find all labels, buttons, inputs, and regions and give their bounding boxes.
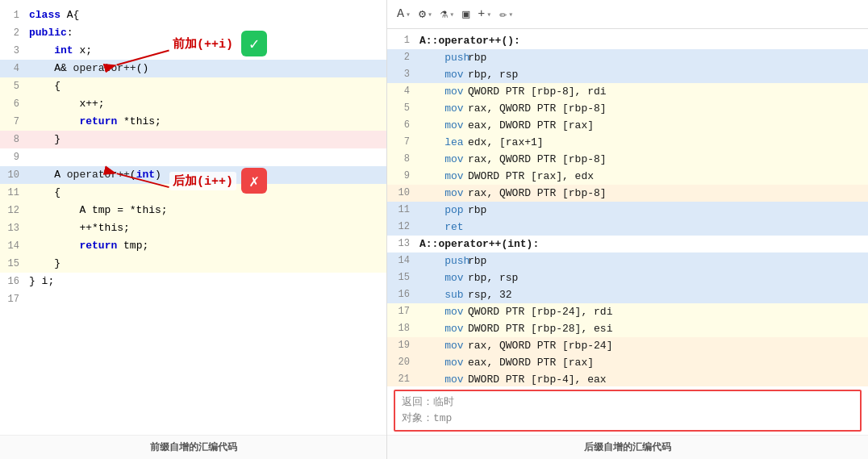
plus-button[interactable]: + ▾: [478, 7, 491, 21]
asm-operands: rax, QWORD PTR [rbp-8]: [468, 100, 607, 117]
font-button[interactable]: A ▾: [397, 7, 411, 21]
asm-content: moveax, DWORD PTR [rax]: [416, 117, 868, 134]
asm-content: movQWORD PTR [rbp-8], rdi: [416, 83, 868, 100]
asm-line-number: 18: [387, 320, 416, 337]
gear-icon: ⚙: [419, 6, 426, 22]
line-content: A tmp = *this;: [26, 202, 386, 219]
asm-content: A::operator++(int):: [416, 236, 868, 252]
right-toolbar: A ▾ ⚙ ▾ ⚗ ▾ ▣ + ▾ ✏ ▾: [387, 0, 868, 29]
note-label-1: 返回：临时: [402, 396, 454, 408]
code-line-5: 5 {: [0, 77, 386, 95]
asm-content: subrsp, 32: [416, 286, 868, 303]
line-content: x++;: [26, 95, 386, 113]
asm-content: ret: [416, 219, 868, 236]
annotation-qian: 前加(++i) ✓: [169, 31, 267, 56]
asm-opcode: lea: [419, 134, 468, 151]
asm-line-8: 8 movrax, QWORD PTR [rbp-8]: [387, 151, 868, 168]
asm-opcode: pop: [419, 202, 468, 219]
edit-button[interactable]: ✏ ▾: [499, 6, 513, 22]
asm-operands: eax, DWORD PTR [rax]: [468, 354, 594, 371]
line-content: class A{: [26, 6, 386, 24]
asm-content: movrax, QWORD PTR [rbp-8]: [416, 151, 868, 168]
note-label-2: 对象：tmp: [402, 412, 452, 424]
asm-operands: rsp, 32: [468, 286, 512, 303]
asm-opcode: mov: [419, 337, 468, 354]
edit-chevron: ▾: [508, 10, 513, 19]
asm-operands: eax, DWORD PTR [rax]: [468, 117, 594, 134]
asm-line-7: 7 leaedx, [rax+1]: [387, 134, 868, 151]
line-number: 8: [0, 131, 26, 148]
asm-content: moveax, DWORD PTR [rax]: [416, 354, 868, 371]
asm-line-number: 2: [387, 49, 416, 66]
line-number: 6: [0, 95, 26, 113]
line-number: 10: [0, 166, 26, 184]
asm-opcode: push: [419, 252, 468, 269]
asm-line-number: 9: [387, 168, 416, 185]
code-line-6: 6 x++;: [0, 95, 386, 113]
asm-content: poprbp: [416, 202, 868, 219]
code-line-4: 4 A& operator++(): [0, 60, 386, 77]
asm-operands: rax, QWORD PTR [rbp-24]: [468, 337, 612, 354]
asm-line-number: 7: [387, 134, 416, 151]
asm-operands: QWORD PTR [rbp-24], rdi: [468, 303, 612, 320]
code-line-7: 7 return *this;: [0, 113, 386, 131]
line-content: }: [26, 255, 386, 273]
asm-operands: rbp: [468, 252, 486, 269]
right-panel: A ▾ ⚙ ▾ ⚗ ▾ ▣ + ▾ ✏ ▾ 1A::op: [387, 0, 868, 459]
asm-content: movDWORD PTR [rbp-28], esi: [416, 320, 868, 337]
line-number: 5: [0, 77, 26, 95]
asm-function-label: A::operator++(int):: [419, 236, 539, 252]
line-number: 12: [0, 202, 26, 219]
main-container: 前加(++i) ✓ 后加(i++) ✗ 1class A{: [0, 0, 868, 459]
plus-chevron: ▾: [486, 10, 491, 19]
line-number: 4: [0, 60, 26, 77]
asm-line-number: 17: [387, 303, 416, 320]
asm-operands: DWORD PTR [rbp-28], esi: [468, 320, 612, 337]
asm-opcode: mov: [419, 66, 468, 83]
asm-opcode: mov: [419, 151, 468, 168]
panel-icon: ▣: [462, 6, 469, 22]
asm-line-6: 6 moveax, DWORD PTR [rax]: [387, 117, 868, 134]
asm-line-number: 4: [387, 83, 416, 100]
asm-content: pushrbp: [416, 49, 868, 66]
asm-line-2: 2 pushrbp: [387, 49, 868, 66]
plus-icon: +: [478, 7, 485, 21]
line-content: A& operator++(): [26, 60, 386, 77]
asm-line-number: 21: [387, 371, 416, 386]
asm-line-19: 19 movrax, QWORD PTR [rbp-24]: [387, 337, 868, 354]
asm-line-3: 3 movrbp, rsp: [387, 66, 868, 83]
line-number: 7: [0, 113, 26, 131]
check-badge: ✓: [241, 31, 267, 56]
asm-code-area[interactable]: 1A::operator++():2 pushrbp3 movrbp, rsp4…: [387, 29, 868, 386]
asm-line-15: 15 movrbp, rsp: [387, 269, 868, 286]
asm-operands: rbp: [468, 49, 486, 66]
edit-icon: ✏: [499, 6, 507, 22]
filter-button[interactable]: ⚗ ▾: [440, 6, 454, 22]
asm-content: movrax, QWORD PTR [rbp-24]: [416, 337, 868, 354]
line-number: 13: [0, 219, 26, 237]
line-content: [26, 290, 386, 308]
annotation-qian-text: 前加(++i): [169, 35, 236, 53]
asm-opcode: mov: [419, 371, 468, 386]
asm-operands: QWORD PTR [rbp-8], rdi: [468, 83, 607, 100]
asm-line-number: 1: [387, 32, 416, 49]
asm-line-number: 6: [387, 117, 416, 134]
asm-opcode: mov: [419, 269, 468, 286]
font-icon: A: [397, 7, 404, 21]
asm-line-number: 8: [387, 151, 416, 168]
gear-button[interactable]: ⚙ ▾: [419, 6, 432, 22]
asm-content: pushrbp: [416, 252, 868, 269]
asm-content: leaedx, [rax+1]: [416, 134, 868, 151]
line-number: 1: [0, 6, 26, 24]
asm-line-number: 14: [387, 252, 416, 269]
asm-line-13: 13A::operator++(int):: [387, 236, 868, 252]
code-line-14: 14 return tmp;: [0, 237, 386, 255]
panel-button[interactable]: ▣: [462, 6, 469, 22]
cross-badge: ✗: [241, 168, 267, 194]
asm-line-12: 12 ret: [387, 219, 868, 236]
asm-opcode: push: [419, 49, 468, 66]
code-line-17: 17: [0, 290, 386, 308]
asm-line-16: 16 subrsp, 32: [387, 286, 868, 303]
asm-content: movrbp, rsp: [416, 269, 868, 286]
asm-operands: rax, QWORD PTR [rbp-8]: [468, 185, 607, 202]
